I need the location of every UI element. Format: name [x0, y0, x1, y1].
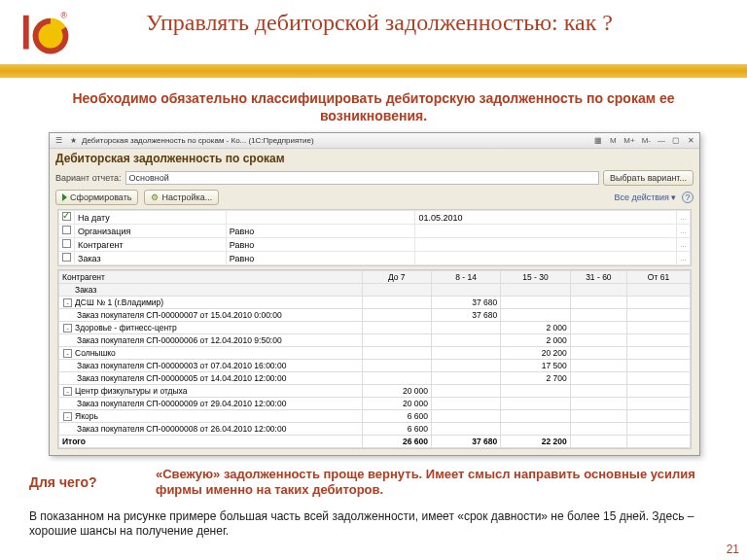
all-actions-link[interactable]: Все действия ▾ [614, 192, 676, 202]
param-value[interactable]: 01.05.2010 [415, 211, 677, 225]
cell-value [362, 297, 431, 309]
param-name: Контрагент [75, 238, 227, 252]
window-menu-icon[interactable]: ☰ [53, 135, 64, 147]
column-header[interactable]: 8 - 14 [431, 271, 500, 284]
total-label: Итого [59, 436, 363, 448]
table-row[interactable]: Заказ покупателя СП-00000005 от 14.04.20… [59, 372, 691, 385]
tree-toggle[interactable]: - [63, 387, 72, 396]
m-minus-btn[interactable]: M- [640, 135, 653, 147]
slide-subtitle: Необходимо обязательно классифицировать … [29, 89, 718, 124]
cell-value [570, 423, 626, 436]
param-checkbox[interactable] [62, 212, 71, 221]
param-row[interactable]: На дату01.05.2010… [59, 211, 691, 225]
column-header[interactable]: Контрагент [59, 271, 363, 284]
m-btn[interactable]: M [607, 135, 619, 147]
choose-variant-label: Выбрать вариант... [610, 173, 687, 183]
table-row[interactable]: -ДСШ № 1 (г.Владимир)37 680 [59, 297, 691, 309]
cell-value [627, 372, 691, 385]
table-row[interactable]: Заказ покупателя СП-00000008 от 26.04.20… [59, 423, 691, 436]
cell-value [501, 297, 570, 309]
cell-value [362, 372, 431, 385]
param-picker[interactable]: … [677, 238, 691, 252]
cell-value: 20 000 [362, 398, 431, 410]
cell-value [362, 334, 431, 347]
close-btn[interactable]: ✕ [685, 135, 696, 147]
row-name: -Якорь [59, 410, 363, 423]
param-row[interactable]: ЗаказРавно… [59, 252, 691, 265]
param-picker[interactable]: … [677, 225, 691, 238]
min-btn[interactable]: — [656, 135, 667, 147]
data-grid[interactable]: КонтрагентДо 78 - 1415 - 3031 - 60От 61 … [57, 269, 692, 449]
cell-value: 20 000 [362, 385, 431, 398]
cell-value: 2 000 [501, 334, 570, 347]
table-row[interactable]: -Центр физкультуры и отдыха20 000 [59, 385, 691, 398]
column-header[interactable]: 15 - 30 [501, 271, 570, 284]
total-value [627, 436, 691, 448]
param-op: Равно [226, 252, 415, 265]
variant-label: Вариант отчета: [55, 173, 122, 183]
table-row[interactable]: Заказ покупателя СП-00000009 от 29.04.20… [59, 398, 691, 410]
param-value[interactable] [415, 252, 677, 265]
table-row[interactable]: Заказ покупателя СП-00000003 от 07.04.20… [59, 360, 691, 372]
table-row[interactable]: Заказ покупателя СП-00000007 от 15.04.20… [59, 309, 691, 322]
row-name: Заказ покупателя СП-00000007 от 15.04.20… [59, 309, 363, 322]
cell-value [627, 322, 691, 334]
total-value: 26 600 [362, 436, 431, 448]
param-checkbox[interactable] [62, 226, 71, 234]
cell-value: 37 680 [431, 309, 500, 322]
column-header[interactable]: От 61 [627, 271, 691, 284]
variant-row: Вариант отчета: Основной Выбрать вариант… [50, 168, 699, 188]
note-text: В показанном на рисунке примере большая … [29, 509, 720, 539]
cell-value [431, 385, 500, 398]
cell-value [570, 334, 626, 347]
tree-toggle[interactable]: - [63, 324, 72, 332]
cell-value: 2 000 [501, 322, 570, 334]
tree-toggle[interactable]: - [63, 298, 72, 307]
row-name: Заказ покупателя СП-00000006 от 12.04.20… [59, 334, 363, 347]
variant-input[interactable]: Основной [125, 171, 599, 185]
param-row[interactable]: КонтрагентРавно… [59, 238, 691, 252]
cell-value: 2 700 [501, 372, 570, 385]
cell-value [362, 360, 431, 372]
help-icon[interactable]: ? [682, 192, 694, 203]
calc-icon[interactable]: ▦ [592, 135, 604, 147]
cell-value [570, 385, 626, 398]
param-checkbox[interactable] [62, 239, 71, 248]
toolbar: Сформировать ⚙ Настройка... Все действия… [50, 188, 699, 209]
param-checkbox[interactable] [62, 253, 71, 262]
row-name: -Центр физкультуры и отдыха [59, 385, 363, 398]
param-value[interactable] [415, 238, 677, 252]
cell-value [627, 398, 691, 410]
row-name: -Здоровье - фитнесс-центр [59, 322, 363, 334]
form-button[interactable]: Сформировать [55, 190, 138, 205]
settings-button[interactable]: ⚙ Настройка... [144, 190, 219, 205]
cell-value [362, 309, 431, 322]
param-picker[interactable]: … [677, 252, 691, 265]
table-row[interactable]: -Здоровье - фитнесс-центр2 000 [59, 322, 691, 334]
table-row[interactable]: -Солнышко20 200 [59, 347, 691, 360]
m-plus-btn[interactable]: M+ [622, 135, 636, 147]
column-header[interactable]: 31 - 60 [570, 271, 626, 284]
cell-value [431, 423, 500, 436]
tree-toggle[interactable]: - [63, 412, 72, 421]
cell-value [570, 398, 626, 410]
param-row[interactable]: ОрганизацияРавно… [59, 225, 691, 238]
cell-value: 37 680 [431, 297, 500, 309]
cell-value [627, 385, 691, 398]
table-row[interactable]: -Якорь6 600 [59, 410, 691, 423]
cell-value [570, 360, 626, 372]
max-btn[interactable]: ▢ [670, 135, 682, 147]
cell-value [431, 410, 500, 423]
choose-variant-button[interactable]: Выбрать вариант... [603, 170, 694, 186]
param-value[interactable] [415, 225, 677, 238]
chevron-down-icon: ▾ [671, 192, 676, 202]
cell-value [570, 297, 626, 309]
table-row[interactable]: Заказ покупателя СП-00000006 от 12.04.20… [59, 334, 691, 347]
row-name: Заказ покупателя СП-00000009 от 29.04.20… [59, 398, 363, 410]
tree-toggle[interactable]: - [63, 349, 72, 358]
param-picker[interactable]: … [677, 211, 691, 225]
cell-value [627, 423, 691, 436]
param-name: На дату [75, 211, 227, 225]
window-fav-icon[interactable]: ★ [67, 135, 79, 147]
column-header[interactable]: До 7 [362, 271, 431, 284]
